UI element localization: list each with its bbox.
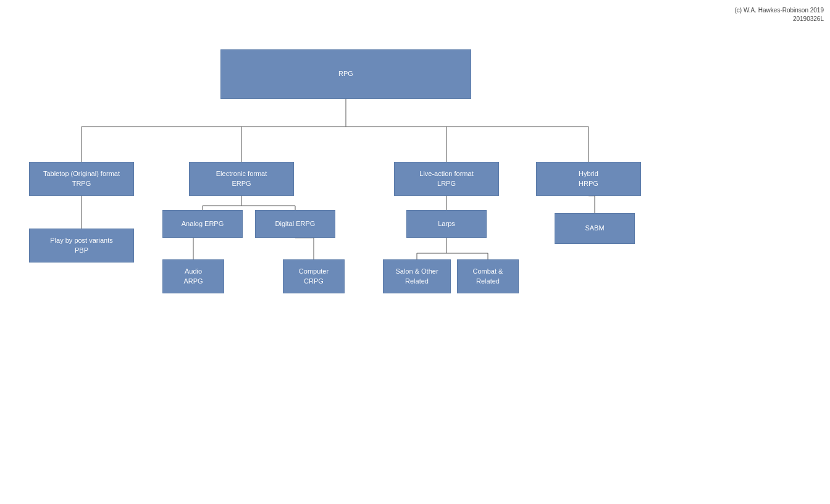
node-trpg: Tabletop (Original) formatTRPG [29, 162, 134, 196]
node-salon: Salon & OtherRelated [383, 259, 451, 293]
node-pbp: Play by post variantsPBP [29, 229, 134, 262]
node-sabm: SABM [555, 213, 635, 244]
node-crpg: ComputerCRPG [283, 259, 345, 293]
node-digital-erpg: Digital ERPG [255, 210, 335, 238]
copyright-text: (c) W.A. Hawkes-Robinson 2019 20190326L [734, 6, 824, 23]
node-rpg: RPG [220, 49, 471, 99]
node-analog-erpg: Analog ERPG [162, 210, 243, 238]
node-combat: Combat &Related [457, 259, 519, 293]
node-larps: Larps [406, 210, 487, 238]
node-erpg: Electronic formatERPG [189, 162, 294, 196]
node-arpg: AudioARPG [162, 259, 224, 293]
node-hrpg: HybridHRPG [536, 162, 641, 196]
node-lrpg: Live-action formatLRPG [394, 162, 499, 196]
